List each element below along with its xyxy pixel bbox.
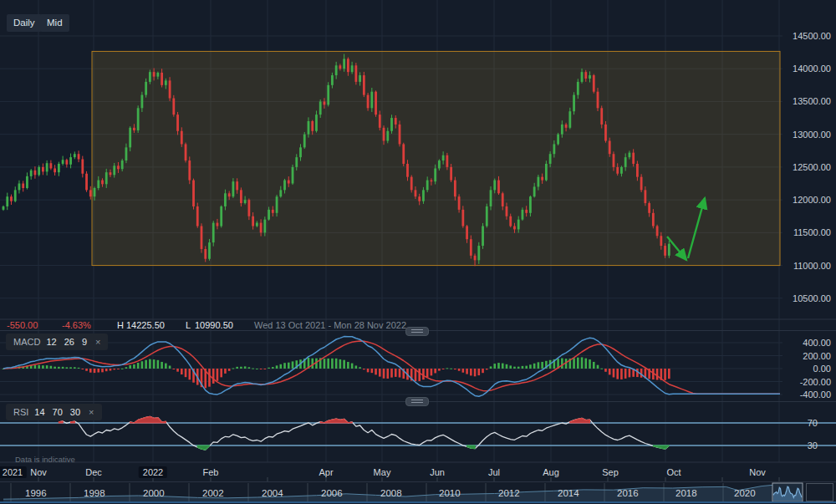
nav-year-label: 2014	[558, 488, 579, 498]
timeframe-daily-button[interactable]: Daily	[7, 14, 42, 32]
rsi-panel-series	[0, 416, 836, 450]
macd-param-fast: 12	[46, 337, 56, 347]
macd-axis-label: 0.00	[781, 364, 831, 374]
nav-year-label: 2000	[143, 488, 165, 498]
macd-panel-series	[3, 337, 780, 397]
high-value: 14225.50	[126, 320, 165, 330]
time-axis-label: May	[370, 466, 395, 478]
high-label: H	[117, 320, 124, 330]
rsi-close-icon[interactable]: ×	[89, 407, 94, 417]
nav-year-label: 2012	[498, 488, 520, 498]
nav-year-label: 2006	[321, 488, 343, 498]
time-axis-label: Nov	[26, 466, 51, 478]
macd-axis-label: 200.00	[781, 351, 831, 361]
panel-resize-handle-icon[interactable]	[405, 327, 429, 336]
navigator-strip[interactable]	[0, 483, 836, 502]
rsi-level-label: 70	[767, 418, 818, 428]
time-axis-label: 2022	[139, 466, 167, 478]
time-axis-label: Apr	[314, 466, 337, 478]
price-axis-label: 14500.00	[781, 31, 831, 41]
macd-axis-label: -400.00	[781, 389, 831, 400]
time-axis-label: Sep	[598, 466, 623, 478]
time-axis-label: Nov	[745, 466, 770, 478]
price-axis-label: 12000.00	[781, 195, 831, 205]
time-axis-label: Dec	[81, 466, 106, 478]
rsi-label: RSI	[13, 407, 28, 417]
time-axis-label: Oct	[662, 466, 685, 478]
macd-axis-label: -200.00	[781, 377, 831, 387]
nav-year-label: 2002	[202, 488, 224, 498]
macd-close-icon[interactable]: ×	[95, 337, 100, 347]
time-axis-label: Jul	[484, 466, 504, 478]
macd-param-slow: 26	[64, 337, 74, 347]
rsi-level-label: 30	[767, 440, 818, 451]
price-axis-label: 10500.00	[781, 293, 831, 303]
macd-param-signal: 9	[82, 337, 87, 347]
rsi-param-period: 14	[34, 407, 44, 417]
range-box-annotation[interactable]	[92, 51, 780, 265]
price-axis-label: 12500.00	[781, 162, 831, 172]
price-axis-label: 13500.00	[781, 96, 831, 106]
data-indicative-watermark: Data is indicative	[15, 455, 75, 464]
time-axis-label: 2021	[0, 466, 27, 478]
nav-year-label: 2016	[617, 488, 639, 498]
nav-year-label: 1996	[25, 488, 47, 498]
nav-year-label: 1998	[84, 488, 105, 498]
nav-year-label: 2020	[734, 488, 756, 498]
rsi-indicator-pill[interactable]: RSI147030×	[6, 404, 102, 420]
chart-canvas[interactable]	[0, 0, 836, 504]
rsi-param-overbought: 70	[53, 407, 63, 417]
macd-indicator-pill[interactable]: MACD12269×	[6, 333, 108, 350]
date-range: Wed 13 Oct 2021 - Mon 28 Nov 2022	[254, 320, 406, 330]
low-label: L	[186, 320, 191, 330]
nav-year-label: 2018	[675, 488, 697, 498]
price-type-mid-button[interactable]: Mid	[40, 14, 69, 32]
price-axis-label: 11000.00	[781, 261, 831, 271]
time-axis-label: Jun	[426, 466, 449, 478]
chart-application: Daily Mid -550.00 -4.63% H 14225.50 L 10…	[0, 0, 836, 504]
low-value: 10990.50	[195, 320, 233, 330]
nav-year-label: 2008	[380, 488, 402, 498]
rsi-param-oversold: 30	[70, 407, 80, 417]
macd-axis-label: 400.00	[781, 338, 831, 348]
price-axis-label: 11500.00	[781, 227, 831, 237]
nav-year-label: 2010	[439, 488, 461, 498]
time-axis-label: Feb	[199, 466, 223, 478]
panel-resize-handle-icon[interactable]	[405, 397, 429, 406]
navigator-future-box[interactable]	[807, 484, 833, 501]
nav-year-label: 2004	[262, 488, 283, 498]
price-axis-label: 14000.00	[781, 64, 831, 74]
change-percent: -4.63%	[62, 320, 91, 330]
time-axis-label: Aug	[538, 466, 563, 478]
change-value: -550.00	[7, 320, 38, 330]
price-axis-label: 13000.00	[781, 130, 831, 140]
macd-label: MACD	[13, 337, 40, 347]
